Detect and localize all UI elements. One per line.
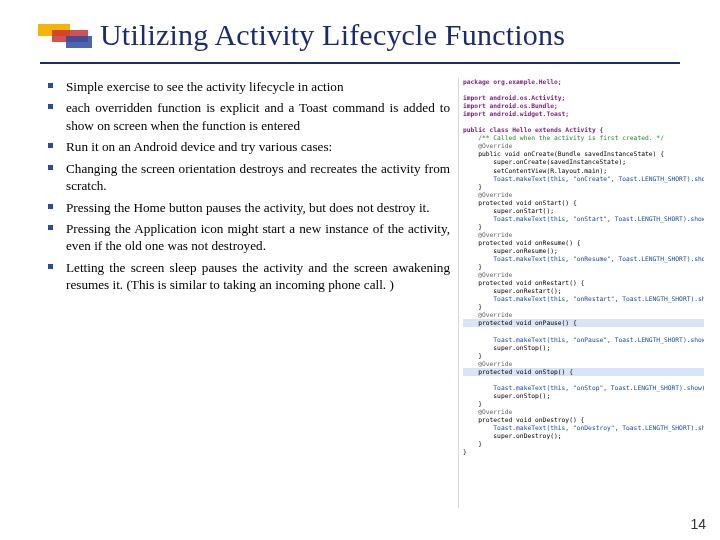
- code-preview: package org.example.Hello; import androi…: [458, 78, 704, 508]
- code-line: import android.os.Activity;: [463, 94, 565, 101]
- code-line: protected void onStart() {: [463, 199, 577, 206]
- code-line: Toast.makeText(this, "onStop", Toast.LEN…: [463, 384, 704, 391]
- code-line: }: [463, 448, 467, 455]
- code-line: @Override: [463, 142, 512, 149]
- title-accent-icon: [38, 24, 88, 50]
- code-line: Toast.makeText(this, "onDestroy", Toast.…: [463, 424, 704, 431]
- title-area: Utilizing Activity Lifecycle Functions: [0, 0, 720, 56]
- content-row: Simple exercise to see the activity life…: [0, 64, 720, 508]
- code-line: protected void onDestroy() {: [463, 416, 584, 423]
- list-item: Changing the screen orientation destroys…: [44, 160, 450, 195]
- code-line: @Override: [463, 191, 512, 198]
- code-line: @Override: [463, 271, 512, 278]
- code-line: }: [463, 400, 482, 407]
- list-item: Pressing the Application icon might star…: [44, 220, 450, 255]
- slide-title: Utilizing Activity Lifecycle Functions: [100, 18, 720, 52]
- code-line: super.onResume();: [463, 247, 558, 254]
- page-number: 14: [690, 516, 706, 532]
- code-line: package org.example.Hello;: [463, 78, 562, 85]
- code-line: protected void onPause() {: [463, 319, 704, 327]
- code-line: protected void onStop() {: [463, 368, 704, 376]
- code-line: super.onStop();: [463, 344, 550, 351]
- list-item: Letting the screen sleep pauses the acti…: [44, 259, 450, 294]
- code-line: protected void onRestart() {: [463, 279, 584, 286]
- code-line: }: [463, 263, 482, 270]
- code-line: public class Hello extends Activity {: [463, 126, 603, 133]
- code-line: @Override: [463, 231, 512, 238]
- code-line: import android.os.Bundle;: [463, 102, 558, 109]
- list-item: Run it on an Android device and try vari…: [44, 138, 450, 155]
- code-line: }: [463, 440, 482, 447]
- code-line: super.onRestart();: [463, 287, 562, 294]
- code-line: }: [463, 183, 482, 190]
- code-line: Toast.makeText(this, "onStart", Toast.LE…: [463, 215, 704, 222]
- code-line: @Override: [463, 311, 512, 318]
- code-line: }: [463, 352, 482, 359]
- code-line: super.onCreate(savedInstanceState);: [463, 158, 626, 165]
- code-line: super.onStop();: [463, 392, 550, 399]
- code-line: Toast.makeText(this, "onCreate", Toast.L…: [463, 175, 704, 182]
- code-line: }: [463, 303, 482, 310]
- code-line: protected void onResume() {: [463, 239, 581, 246]
- code-line: @Override: [463, 360, 512, 367]
- code-line: super.onDestroy();: [463, 432, 562, 439]
- code-line: Toast.makeText(this, "onRestart", Toast.…: [463, 295, 704, 302]
- code-line: }: [463, 223, 482, 230]
- code-line: setContentView(R.layout.main);: [463, 167, 607, 174]
- bullet-list: Simple exercise to see the activity life…: [44, 78, 450, 508]
- code-line: import android.widget.Toast;: [463, 110, 569, 117]
- code-line: super.onStart();: [463, 207, 554, 214]
- code-block: package org.example.Hello; import androi…: [463, 78, 704, 456]
- code-line: public void onCreate(Bundle savedInstanc…: [463, 150, 664, 157]
- list-item: each overridden function is explicit and…: [44, 99, 450, 134]
- code-line: Toast.makeText(this, "onResume", Toast.L…: [463, 255, 704, 262]
- code-line: Toast.makeText(this, "onPause", Toast.LE…: [463, 336, 704, 343]
- list-item: Pressing the Home button pauses the acti…: [44, 199, 450, 216]
- code-line: @Override: [463, 408, 512, 415]
- code-line: /** Called when the activity is first cr…: [463, 134, 664, 141]
- list-item: Simple exercise to see the activity life…: [44, 78, 450, 95]
